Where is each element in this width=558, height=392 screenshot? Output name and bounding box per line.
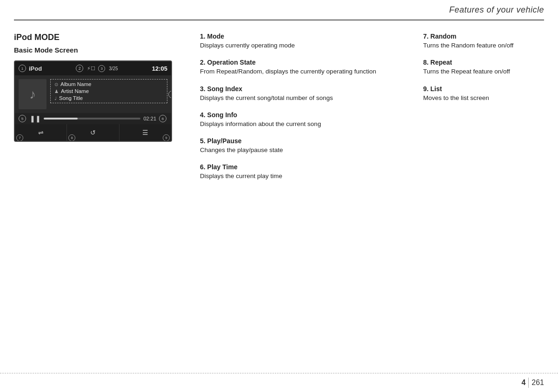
- feature-5-desc: Changes the play/pause state: [200, 146, 409, 155]
- feature-5: 5. Play/Pause Changes the play/pause sta…: [200, 137, 409, 155]
- sub-title: Basic Mode Screen: [14, 46, 191, 54]
- song-row: ♩ Song Title: [54, 95, 163, 101]
- progress-bar: [44, 118, 140, 120]
- footer-page: 4 261: [521, 378, 544, 388]
- feature-2-num: 2. Operation State: [200, 59, 409, 66]
- feature-9-num: 9. List: [423, 85, 544, 93]
- ipod-screen: 1 iPod 2 ⚡︎☐ 3 3/25 12:05 ♪: [14, 60, 172, 142]
- feature-3-desc: Displays the current song/total number o…: [200, 93, 409, 103]
- circle-6-inline: 6: [159, 115, 166, 122]
- footer-bar: 4 261: [0, 373, 558, 392]
- artist-name: Artist Name: [61, 88, 89, 94]
- repeat-icon: ↺: [90, 129, 96, 136]
- right-column: 7. Random Turns the Random feature on/of…: [423, 28, 544, 369]
- feature-6: 6. Play Time Displays the current play t…: [200, 163, 409, 181]
- song-index: 3/25: [109, 66, 118, 71]
- feature-1: 1. Mode Displays currently operating mod…: [200, 33, 409, 50]
- artist-icon: ♟: [54, 89, 59, 94]
- feature-1-num: 1. Mode: [200, 33, 409, 40]
- section-title: iPod MODE: [14, 33, 191, 42]
- album-art: ♪: [19, 79, 46, 109]
- feature-3: 3. Song Index Displays the current song/…: [200, 85, 409, 103]
- play-time: 02:21: [143, 116, 156, 121]
- header: Features of your vehicle: [0, 0, 558, 20]
- feature-8: 8. Repeat Turns the Repeat feature on/of…: [423, 59, 544, 76]
- ipod-top-left: 1 iPod: [19, 65, 42, 72]
- ipod-top-bar: 1 iPod 2 ⚡︎☐ 3 3/25 12:05: [15, 61, 171, 75]
- feature-5-num: 5. Play/Pause: [200, 137, 409, 145]
- feature-4-num: 4. Song Info: [200, 111, 409, 119]
- circle-4: 4: [168, 91, 172, 98]
- footer-chapter: 4: [521, 379, 525, 387]
- feature-2-desc: From Repeat/Random, displays the current…: [200, 67, 409, 76]
- middle-column: 1. Mode Displays currently operating mod…: [200, 28, 423, 369]
- shuffle-btn[interactable]: ⇌ 7: [15, 124, 67, 141]
- footer-pagenum: 261: [531, 379, 544, 387]
- ipod-top-icons: 2 ⚡︎☐ 3 3/25: [76, 65, 118, 72]
- song-icon-music: ♩: [54, 96, 57, 101]
- artist-row: ♟ Artist Name: [54, 88, 163, 94]
- feature-7-desc: Turns the Random feature on/off: [423, 41, 544, 50]
- ipod-time: 12:05: [152, 65, 167, 72]
- circle-7: 7: [16, 134, 23, 141]
- usb-icon: ⚡︎☐: [87, 66, 95, 72]
- footer-separator: [528, 378, 529, 388]
- circle-1: 1: [19, 65, 26, 72]
- left-column: iPod MODE Basic Mode Screen 1 iPod 2 ⚡︎☐…: [14, 28, 200, 369]
- header-underline: [14, 20, 544, 20]
- feature-4: 4. Song Info Displays information about …: [200, 111, 409, 129]
- circle-5-inline: 5: [19, 115, 26, 122]
- circle-9: 9: [163, 134, 170, 141]
- main-content: iPod MODE Basic Mode Screen 1 iPod 2 ⚡︎☐…: [14, 28, 544, 369]
- feature-7: 7. Random Turns the Random feature on/of…: [423, 33, 544, 50]
- feature-9: 9. List Moves to the list screen: [423, 85, 544, 103]
- feature-8-num: 8. Repeat: [423, 59, 544, 66]
- song-info-box: ⊙ Album Name ♟ Artist Name ♩ Song Title: [50, 79, 167, 103]
- feature-9-desc: Moves to the list screen: [423, 93, 544, 103]
- shuffle-icon: ⇌: [38, 129, 44, 136]
- list-icon: ☰: [142, 129, 148, 136]
- feature-6-num: 6. Play Time: [200, 163, 409, 171]
- ipod-content: ♪ ⊙ Album Name ♟ Artist Name ♩: [15, 75, 171, 113]
- song-title: Song Title: [59, 95, 83, 101]
- repeat-btn[interactable]: ↺ 8: [67, 124, 119, 141]
- play-pause-display: ❚❚: [30, 115, 41, 122]
- album-name: Album Name: [60, 81, 91, 87]
- feature-2: 2. Operation State From Repeat/Random, d…: [200, 59, 409, 76]
- album-icon: ⊙: [54, 82, 58, 87]
- feature-3-num: 3. Song Index: [200, 85, 409, 93]
- ipod-label: iPod: [29, 65, 42, 72]
- circle-3: 3: [98, 65, 105, 72]
- ipod-progress-area: 5 ❚❚ 02:21 6: [15, 113, 171, 124]
- ipod-controls: ⇌ 7 ↺ 8 ☰ 9: [15, 124, 171, 141]
- feature-4-desc: Displays information about the current s…: [200, 120, 409, 129]
- progress-bar-fill: [44, 118, 78, 120]
- circle-8: 8: [68, 134, 75, 141]
- header-title: Features of your vehicle: [449, 5, 544, 15]
- feature-6-desc: Displays the current play time: [200, 172, 409, 181]
- circle-2: 2: [76, 65, 83, 72]
- feature-1-desc: Displays currently operating mode: [200, 41, 409, 50]
- album-row: ⊙ Album Name: [54, 81, 163, 87]
- feature-8-desc: Turns the Repeat feature on/off: [423, 67, 544, 76]
- music-note-icon: ♪: [29, 87, 36, 102]
- list-btn[interactable]: ☰ 9: [120, 124, 171, 141]
- feature-7-num: 7. Random: [423, 33, 544, 40]
